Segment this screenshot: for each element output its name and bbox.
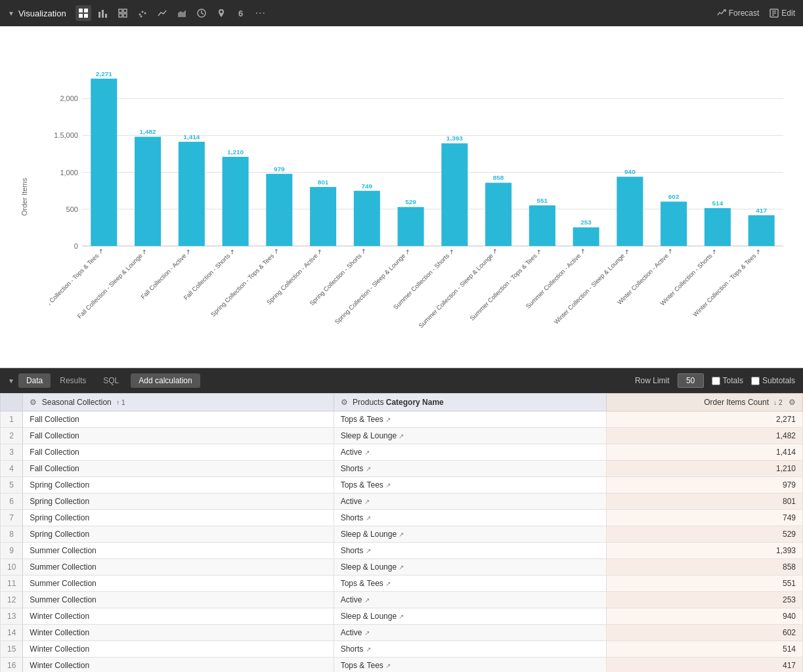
tab-sql[interactable]: SQL [95,373,127,388]
category-cell: Shorts ↗ [334,641,607,658]
svg-rect-6 [105,14,107,18]
bar-6[interactable] [354,191,380,246]
bar-4[interactable] [266,174,292,246]
bar-13[interactable] [661,201,687,246]
subtotals-label: Subtotals [762,376,795,385]
subtotals-checkbox-label[interactable]: Subtotals [751,376,795,385]
bar-8[interactable] [441,143,467,245]
seasonal-gear-icon[interactable]: ⚙ [30,398,37,407]
svg-rect-8 [123,9,127,12]
count-cell: 1,414 [607,444,803,461]
svg-rect-2 [79,14,83,18]
subtotals-checkbox[interactable] [751,377,760,385]
forecast-button[interactable]: Forecast [717,9,760,18]
chart-container: 05001,0001.5,0002,0002,271Fall Collectio… [49,39,790,341]
svg-text:2,000: 2,000 [60,94,77,102]
bar-5[interactable] [310,187,336,246]
svg-text:Fall Collection - Sleep & Loun: Fall Collection - Sleep & Lounge ↗ [76,247,149,320]
data-table: ⚙ Seasonal Collection ↑ 1 ⚙ Products Cat… [0,393,803,672]
totals-checkbox-label[interactable]: Totals [712,376,743,385]
table-header-row: ⚙ Seasonal Collection ↑ 1 ⚙ Products Cat… [1,394,803,411]
bar-0[interactable] [91,79,117,246]
seasonal-collection-cell: Spring Collection [23,526,334,543]
category-gear-icon[interactable]: ⚙ [341,398,348,407]
toolbar-left: ▼ Visualization 6 ··· [8,5,712,21]
time-view-icon[interactable] [194,5,209,21]
svg-text:Winter Collection - Sleep & Lo: Winter Collection - Sleep & Lounge ↗ [552,247,631,326]
svg-text:500: 500 [66,205,78,213]
category-cell: Shorts ↗ [334,543,607,559]
tab-data[interactable]: Data [18,373,51,388]
data-toolbar-right: Row Limit Totals Subtotals [635,373,795,388]
svg-text:979: 979 [274,165,285,173]
chart-area: Order Items 05001,0001.5,0002,0002,271Fa… [0,26,803,368]
svg-text:0: 0 [74,242,78,250]
category-cell: Active ↗ [334,625,607,641]
svg-text:1,393: 1,393 [446,135,463,142]
pin-view-icon[interactable] [213,5,229,21]
row-number: 6 [1,494,23,510]
number-badge-icon[interactable]: 6 [233,5,249,21]
tab-results[interactable]: Results [52,373,94,388]
line-view-icon[interactable] [154,5,170,21]
count-cell: 940 [607,608,803,625]
y-axis-label: Order Items [20,178,28,216]
edit-label: Edit [781,9,795,18]
bar-7[interactable] [398,207,424,245]
bar-12[interactable] [617,177,643,246]
row-number: 7 [1,510,23,526]
category-cell: Sleep & Lounge ↗ [334,428,607,444]
count-cell: 979 [607,477,803,494]
totals-label: Totals [723,376,743,385]
scatter-view-icon[interactable] [135,5,150,21]
bar-2[interactable] [179,142,205,246]
row-number: 11 [1,576,23,592]
category-name-header[interactable]: ⚙ Products Category Name [334,394,607,411]
count-cell: 749 [607,510,803,526]
add-calculation-button[interactable]: Add calculation [131,373,200,388]
bar-11[interactable] [573,227,599,245]
svg-text:Summer Collection - Sleep & Lo: Summer Collection - Sleep & Lounge ↗ [417,247,499,329]
table-row: 15 Winter Collection Shorts ↗ 514 [1,641,803,658]
bar-15[interactable] [749,215,775,246]
count-cell: 551 [607,576,803,592]
table-row: 11 Summer Collection Tops & Tees ↗ 551 [1,576,803,592]
row-number: 10 [1,559,23,576]
table-row: 12 Summer Collection Active ↗ 253 [1,592,803,608]
totals-checkbox[interactable] [712,377,720,385]
edit-button[interactable]: Edit [770,9,795,18]
chevron-down-icon[interactable]: ▼ [8,10,14,17]
seasonal-collection-header[interactable]: ⚙ Seasonal Collection ↑ 1 [23,394,334,411]
pivot-view-icon[interactable] [115,5,131,21]
row-number: 14 [1,625,23,641]
svg-rect-9 [119,14,122,17]
row-number: 15 [1,641,23,658]
bar-chart-view-icon[interactable] [95,5,111,21]
toolbar-right: Forecast Edit [717,9,795,18]
count-gear-icon[interactable]: ⚙ [789,398,796,407]
seasonal-collection-cell: Winter Collection [23,658,334,673]
order-items-count-header[interactable]: Order Items Count ↓ 2 ⚙ [607,394,803,411]
table-row: 1 Fall Collection Tops & Tees ↗ 2,271 [1,411,803,428]
category-cell: Active ↗ [334,494,607,510]
more-options-icon[interactable]: ··· [253,5,269,21]
row-limit-input[interactable] [678,373,704,388]
bar-9[interactable] [485,182,511,245]
category-cell: Active ↗ [334,444,607,461]
category-cell: Sleep & Lounge ↗ [334,559,607,576]
chevron-down-icon-data[interactable]: ▼ [8,377,14,385]
count-sort-icon[interactable]: ↓ 2 [773,399,782,406]
bar-1[interactable] [135,136,161,245]
bar-14[interactable] [705,208,731,246]
seasonal-sort-icon[interactable]: ↑ 1 [116,399,125,406]
table-row: 16 Winter Collection Tops & Tees ↗ 417 [1,658,803,673]
area-view-icon[interactable] [174,5,190,21]
seasonal-collection-cell: Summer Collection [23,559,334,576]
seasonal-collection-cell: Summer Collection [23,576,334,592]
forecast-label: Forecast [729,9,760,18]
svg-text:1.5,000: 1.5,000 [54,131,78,139]
svg-text:417: 417 [756,207,767,214]
table-view-icon[interactable] [76,5,91,21]
bar-3[interactable] [223,157,249,246]
bar-10[interactable] [529,205,555,246]
